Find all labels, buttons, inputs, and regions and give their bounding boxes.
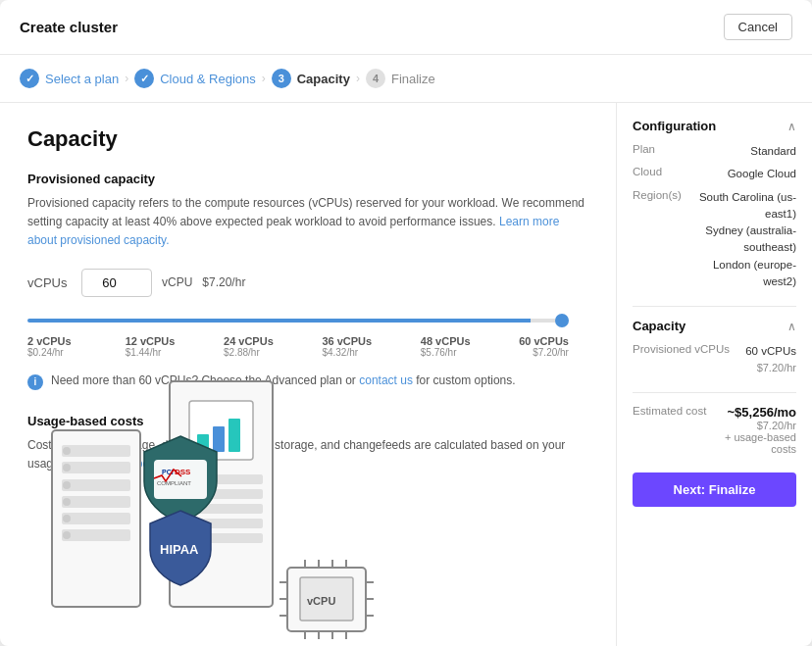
config-divider-1 [633, 306, 796, 307]
step-4-label: Finalize [391, 72, 435, 86]
svg-rect-20 [179, 504, 263, 514]
info-icon: i [27, 374, 43, 390]
usage-section: Usage-based costs Costs for cluster stor… [27, 414, 588, 473]
svg-rect-19 [179, 489, 263, 499]
svg-point-10 [63, 498, 71, 506]
step-3-circle: 3 [272, 69, 291, 88]
provisioned-section: Provisioned capacity Provisioned capacit… [27, 172, 588, 358]
modal-title: Create cluster [20, 19, 118, 35]
learn-more-usage-link[interactable]: Learn more about usage-based costs. [66, 457, 264, 471]
config-section-title: Configuration [633, 119, 716, 133]
provisioned-title: Provisioned capacity [27, 172, 588, 186]
vcpu-label: vCPUs [27, 275, 72, 290]
tick-5: 60 vCPUs $7.20/hr [519, 335, 569, 358]
step-4-circle: 4 [366, 69, 385, 88]
configuration-section: Configuration ∧ Plan Standard Cloud Goog… [633, 119, 796, 290]
next-finalize-button[interactable]: Next: Finalize [633, 472, 796, 507]
config-row-plan: Plan Standard [633, 143, 796, 160]
svg-rect-28 [287, 568, 366, 631]
svg-rect-22 [179, 533, 263, 543]
step-2: ✓ Cloud & Regions [134, 69, 256, 88]
step-2-label: Cloud & Regions [160, 72, 256, 86]
step-1-label: Select a plan [45, 72, 119, 86]
step-1: ✓ Select a plan [20, 69, 119, 88]
step-4: 4 Finalize [366, 69, 435, 88]
svg-point-11 [63, 515, 71, 522]
svg-point-26 [182, 520, 190, 527]
cost-sub-value: $7.20/hr [706, 420, 796, 431]
config-row-regions: Region(s) South Carolina (us-east1) Sydn… [633, 189, 796, 291]
illustration-svg: vCPU [42, 352, 415, 646]
cost-main-value: ~$5,256/mo [706, 405, 796, 420]
svg-rect-8 [62, 529, 130, 541]
tick-0: 2 vCPUs $0.24/hr [27, 335, 76, 358]
vcpu-unit: vCPU [162, 275, 192, 289]
hipaa-shield: HIPAA [146, 509, 215, 587]
estimated-cost-row: Estimated cost ~$5,256/mo $7.20/hr + usa… [633, 405, 796, 455]
svg-rect-7 [62, 513, 130, 524]
cost-extra-value: + usage-based costs [706, 431, 796, 455]
step-2-circle: ✓ [134, 69, 154, 88]
capacity-section: Capacity ∧ Provisioned vCPUs 60 vCPUs $7… [633, 319, 796, 376]
capacity-section-header: Capacity ∧ [633, 319, 796, 333]
tick-4: 48 vCPUs $5.76/hr [421, 335, 471, 358]
contact-us-link[interactable]: contact us [359, 373, 413, 387]
modal-header: Create cluster Cancel [0, 0, 812, 55]
modal-body: Capacity Provisioned capacity Provisione… [0, 103, 812, 646]
provisioned-desc: Provisioned capacity refers to the compu… [27, 194, 588, 251]
sidebar: Configuration ∧ Plan Standard Cloud Goog… [616, 103, 812, 646]
step-1-circle: ✓ [20, 69, 39, 88]
tick-1: 12 vCPUs $1.44/hr [126, 335, 176, 358]
chevron-icon-1: › [125, 72, 128, 85]
usage-title: Usage-based costs [27, 414, 588, 428]
cancel-button[interactable]: Cancel [724, 14, 792, 40]
step-3-label: Capacity [297, 72, 350, 86]
capacity-section-title: Capacity [633, 319, 685, 333]
vcpu-input[interactable] [81, 269, 152, 297]
svg-text:HIPAA: HIPAA [160, 542, 199, 557]
usage-desc: Costs for cluster storage, data transfer… [27, 436, 588, 473]
config-chevron-icon: ∧ [787, 120, 796, 133]
svg-point-23 [182, 475, 190, 483]
svg-rect-18 [179, 474, 263, 484]
config-divider-2 [633, 392, 796, 393]
svg-rect-43 [300, 577, 353, 621]
svg-point-25 [182, 505, 190, 513]
info-notice: i Need more than 60 vCPUs? Choose the Ad… [27, 373, 588, 390]
svg-point-12 [63, 531, 71, 539]
tick-row: 2 vCPUs $0.24/hr 12 vCPUs $1.44/hr 24 vC… [27, 335, 588, 358]
vcpu-row: vCPUs vCPU $7.20/hr [27, 269, 588, 297]
svg-text:COMPLIANT: COMPLIANT [157, 480, 191, 486]
svg-point-27 [182, 534, 190, 542]
vcpu-price: $7.20/hr [202, 275, 245, 289]
svg-text:vCPU: vCPU [307, 595, 335, 607]
vcpu-slider[interactable] [27, 319, 569, 323]
svg-point-9 [63, 481, 71, 489]
slider-container [27, 311, 588, 325]
config-section-header: Configuration ∧ [633, 119, 796, 133]
chevron-icon-3: › [356, 72, 360, 85]
svg-point-24 [182, 490, 190, 498]
illustration-area: vCPU PCI DSS COMPLIANT [42, 352, 415, 646]
tick-2: 24 vCPUs $2.88/hr [224, 335, 274, 358]
stepper: ✓ Select a plan › ✓ Cloud & Regions › 3 … [0, 55, 812, 103]
step-3: 3 Capacity [272, 69, 350, 88]
capacity-chevron-icon: ∧ [787, 320, 796, 333]
svg-rect-5 [62, 479, 130, 491]
svg-rect-21 [179, 519, 263, 528]
config-row-cloud: Cloud Google Cloud [633, 166, 796, 182]
page-title: Capacity [27, 126, 588, 152]
svg-rect-6 [62, 496, 130, 508]
tick-3: 36 vCPUs $4.32/hr [322, 335, 372, 358]
main-content: Capacity Provisioned capacity Provisione… [0, 103, 616, 646]
chevron-icon-2: › [262, 72, 266, 85]
config-row-vcpus: Provisioned vCPUs 60 vCPUs $7.20/hr [633, 343, 796, 376]
